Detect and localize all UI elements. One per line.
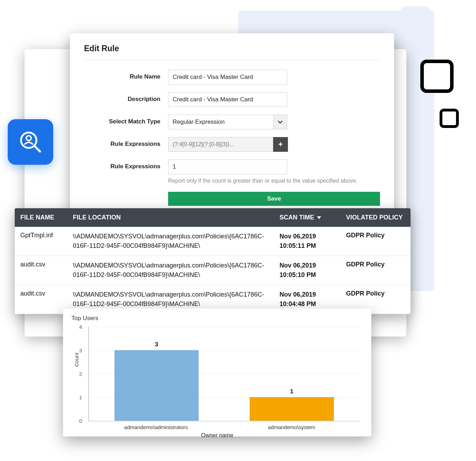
y-tick: 0 <box>79 418 82 424</box>
scan-results-table: FILE NAME FILE LOCATION SCAN TIME VIOLAT… <box>15 208 411 314</box>
panel-title: Edit Rule <box>84 44 380 60</box>
chevron-down-icon[interactable] <box>273 115 287 129</box>
y-axis-label: Count <box>74 353 80 367</box>
search-user-icon <box>8 119 53 165</box>
bar[interactable] <box>250 397 333 421</box>
cell-file-location: \\ADMANDEMO\SYSVOL\admanagerplus.com\Pol… <box>73 261 280 280</box>
cell-policy: GDPR Policy <box>346 232 405 251</box>
bar[interactable] <box>115 350 198 421</box>
y-tick: 1 <box>79 394 82 400</box>
rule-name-input[interactable] <box>168 70 287 84</box>
add-expression-button[interactable]: + <box>273 137 288 152</box>
decorative-square-outline <box>420 60 454 93</box>
label-rule-name: Rule Name <box>84 70 168 80</box>
bar-value-label: 3 <box>155 341 158 348</box>
table-row[interactable]: GptTmpl.inf\\ADMANDEMO\SYSVOL\admanagerp… <box>15 227 411 256</box>
label-description: Description <box>84 92 168 103</box>
svg-line-1 <box>34 146 40 151</box>
table-row[interactable]: audit.csv\\ADMANDEMO\SYSVOL\admanagerplu… <box>15 256 411 285</box>
col-file-location[interactable]: FILE LOCATION <box>73 214 280 221</box>
bar-value-label: 1 <box>290 388 293 395</box>
decorative-square <box>401 6 429 34</box>
chart-plot-area: Count 0123431 <box>88 327 359 421</box>
cell-policy: GDPR Policy <box>346 261 405 280</box>
y-tick: 4 <box>79 324 82 330</box>
cell-scan-time: Nov 06,201910:05:11 PM <box>280 232 346 251</box>
cell-file-name: audit.csv <box>20 290 73 309</box>
match-type-value: Regular Expression <box>173 118 225 126</box>
col-violated-policy[interactable]: VIOLATED POLICY <box>346 214 405 221</box>
help-text: Report only if the count is greater than… <box>168 178 380 184</box>
rule-expression-input[interactable] <box>168 137 273 152</box>
expression-count-input[interactable] <box>168 160 287 174</box>
y-tick: 2 <box>79 371 82 377</box>
label-rule-expressions: Rule Expressions <box>84 137 168 148</box>
sort-desc-icon <box>317 216 321 219</box>
plus-icon: + <box>278 140 283 149</box>
label-rule-expressions-count: Rule Expressions <box>84 160 168 170</box>
svg-point-2 <box>26 136 31 141</box>
decorative-square-outline-small <box>440 109 459 128</box>
cell-file-name: GptTmpl.inf <box>20 232 73 251</box>
cell-file-name: audit.csv <box>20 261 73 280</box>
chart-title: Top Users <box>71 315 363 322</box>
cell-file-location: \\ADMANDEMO\SYSVOL\admanagerplus.com\Pol… <box>73 232 280 251</box>
description-input[interactable] <box>168 92 287 107</box>
top-users-chart: Top Users Count 0123431 admandemo\admini… <box>63 309 371 436</box>
col-file-name[interactable]: FILE NAME <box>20 214 73 221</box>
match-type-select[interactable]: Regular Expression <box>168 115 273 129</box>
x-tick: admandemo\administrators <box>88 424 224 430</box>
save-button[interactable]: Save <box>168 192 380 206</box>
x-axis-label: Owner name <box>71 432 363 439</box>
col-scan-time-label: SCAN TIME <box>280 214 314 221</box>
cell-scan-time: Nov 06,201910:04:48 PM <box>280 290 346 309</box>
cell-scan-time: Nov 06,201910:05:10 PM <box>280 261 346 280</box>
cell-policy: GDPR Policy <box>346 290 405 309</box>
table-header: FILE NAME FILE LOCATION SCAN TIME VIOLAT… <box>15 208 411 227</box>
label-match-type: Select Match Type <box>84 115 168 125</box>
cell-file-location: \\ADMANDEMO\SYSVOL\admanagerplus.com\Pol… <box>73 290 280 309</box>
y-tick: 3 <box>79 347 82 353</box>
col-scan-time[interactable]: SCAN TIME <box>280 214 346 221</box>
x-tick: admandemo\system <box>224 424 359 430</box>
